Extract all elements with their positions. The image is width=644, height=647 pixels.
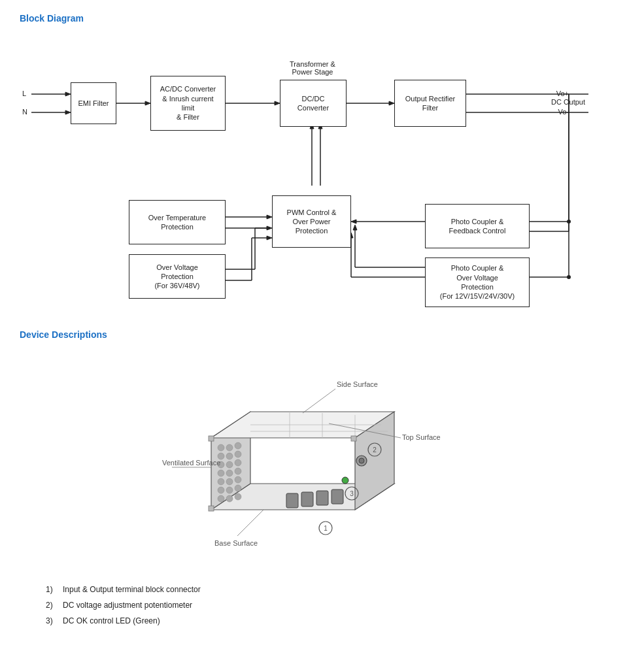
device-legend: 1) Input & Output terminal block connect… xyxy=(46,582,624,629)
box-overvolt: Over Voltage Protection (For 36V/48V) xyxy=(129,254,226,299)
label-dc-output: DC Output xyxy=(551,98,585,106)
block-diagram-title: Block Diagram xyxy=(20,13,624,24)
box-dcdc: DC/DC Converter xyxy=(280,80,347,127)
svg-point-64 xyxy=(226,470,233,476)
box-overtemp: Over Temperature Protection xyxy=(129,200,226,244)
box-pwm: PWM Control & Over Power Protection xyxy=(272,195,351,248)
label-transformer: Transformer & Power Stage xyxy=(280,60,345,76)
svg-marker-23 xyxy=(267,215,272,219)
device-svg: 1 2 3 Side Surface Ventilated Surface To… xyxy=(159,353,486,562)
device-descriptions-title: Device Descriptions xyxy=(20,329,624,340)
block-diagram: L N EMI Filter AC/DC Converter & Inrush … xyxy=(20,35,621,310)
svg-point-56 xyxy=(235,442,241,449)
svg-rect-82 xyxy=(316,491,328,505)
svg-point-85 xyxy=(359,458,364,463)
box-acdc: AC/DC Converter & Inrush current limit &… xyxy=(150,76,226,131)
svg-marker-25 xyxy=(267,226,272,230)
legend-item-1: 1) Input & Output terminal block connect… xyxy=(46,582,624,597)
svg-text:Ventilated Surface: Ventilated Surface xyxy=(162,459,220,467)
svg-rect-80 xyxy=(286,493,298,508)
svg-point-62 xyxy=(235,459,241,466)
legend-item-2: 2) DC voltage adjustment potentiometer xyxy=(46,597,624,613)
svg-point-61 xyxy=(226,461,233,468)
svg-point-74 xyxy=(235,493,241,500)
device-diagram: 1 2 3 Side Surface Ventilated Surface To… xyxy=(159,353,486,575)
box-rectifier: Output Rectifier Filter xyxy=(394,80,466,127)
block-diagram-svg xyxy=(20,35,621,310)
svg-rect-83 xyxy=(331,489,343,504)
svg-point-71 xyxy=(235,485,241,491)
svg-point-58 xyxy=(226,453,233,459)
svg-marker-3 xyxy=(65,110,71,114)
svg-point-45 xyxy=(567,220,571,224)
svg-point-72 xyxy=(218,495,224,502)
svg-point-86 xyxy=(342,477,348,484)
svg-text:Top Surface: Top Surface xyxy=(402,433,441,441)
svg-point-55 xyxy=(226,444,233,451)
label-vo-minus: Vo- xyxy=(558,108,569,116)
svg-text:Base Surface: Base Surface xyxy=(214,539,258,547)
svg-point-67 xyxy=(226,478,233,485)
svg-point-70 xyxy=(226,487,233,493)
svg-marker-1 xyxy=(65,92,71,96)
svg-marker-42 xyxy=(353,225,357,230)
svg-marker-7 xyxy=(275,101,280,105)
svg-rect-95 xyxy=(351,436,356,441)
svg-text:Side Surface: Side Surface xyxy=(337,380,378,388)
svg-rect-93 xyxy=(209,436,214,441)
label-N: N xyxy=(22,108,27,116)
box-emi: EMI Filter xyxy=(71,82,116,124)
legend-item-3: 3) DC OK control LED (Green) xyxy=(46,613,624,629)
label-L: L xyxy=(22,90,26,97)
svg-marker-5 xyxy=(145,101,150,105)
svg-point-47 xyxy=(567,275,571,279)
svg-marker-9 xyxy=(389,101,394,105)
box-photocoupler1: Photo Coupler & Feedback Control xyxy=(425,204,530,248)
svg-line-102 xyxy=(237,510,263,536)
svg-point-69 xyxy=(218,487,224,493)
svg-text:1: 1 xyxy=(324,525,328,532)
svg-point-73 xyxy=(226,495,233,502)
svg-point-68 xyxy=(235,476,241,483)
svg-point-63 xyxy=(218,470,224,476)
svg-rect-81 xyxy=(301,492,313,506)
svg-text:3: 3 xyxy=(350,490,354,497)
svg-line-96 xyxy=(303,389,335,413)
svg-marker-32 xyxy=(267,236,272,240)
box-photocoupler2: Photo Coupler & Over Voltage Protection … xyxy=(425,257,530,307)
svg-text:2: 2 xyxy=(373,446,377,454)
svg-point-54 xyxy=(218,444,224,451)
label-vo-plus: Vo+ xyxy=(556,90,569,97)
svg-point-65 xyxy=(235,468,241,474)
svg-point-66 xyxy=(218,478,224,485)
svg-point-59 xyxy=(235,451,241,457)
device-descriptions-section: Device Descriptions xyxy=(20,329,624,629)
svg-rect-94 xyxy=(209,506,214,511)
svg-marker-34 xyxy=(351,220,356,224)
